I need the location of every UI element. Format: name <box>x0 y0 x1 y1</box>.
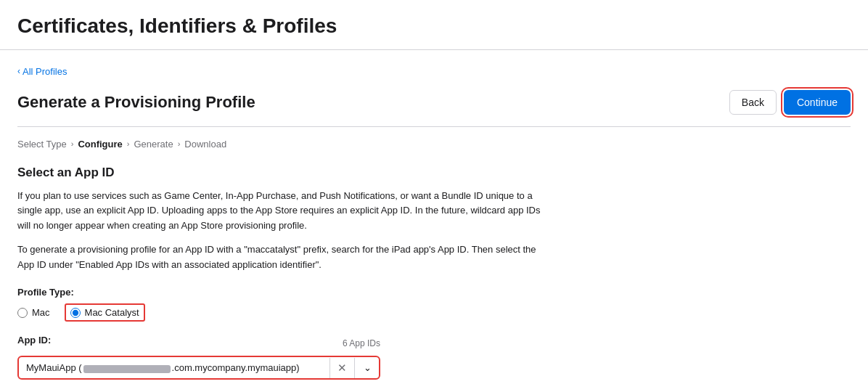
radio-mac-catalyst-option[interactable]: Mac Catalyst <box>65 303 145 322</box>
profile-type-label: Profile Type: <box>17 287 851 298</box>
back-button[interactable]: Back <box>729 90 777 115</box>
section-header: Generate a Provisioning Profile Back Con… <box>17 90 851 127</box>
radio-mac-option[interactable]: Mac <box>17 307 50 318</box>
app-id-count: 6 App IDs <box>343 338 380 348</box>
select-app-id-title: Select an App ID <box>17 166 851 180</box>
page-title: Certificates, Identifiers & Profiles <box>17 15 851 38</box>
breadcrumb-step-2: Configure <box>78 139 122 150</box>
breadcrumb-chevron-2: › <box>127 139 130 148</box>
dropdown-divider-2 <box>354 358 355 378</box>
profile-type-section: Profile Type: Mac Mac Catalyst App ID: 6… <box>17 287 851 380</box>
dropdown-clear-button[interactable]: ✕ <box>332 361 353 375</box>
breadcrumb-step-1: Select Type <box>17 139 67 150</box>
breadcrumb-chevron-3: › <box>178 139 181 148</box>
radio-mac-input[interactable] <box>17 308 28 318</box>
description-text-2: To generate a provisioning profile for a… <box>17 242 554 273</box>
breadcrumb: Select Type › Configure › Generate › Dow… <box>17 139 851 150</box>
header-buttons: Back Continue <box>729 90 851 115</box>
radio-mac-catalyst-input[interactable] <box>70 308 81 318</box>
dropdown-divider <box>329 358 330 378</box>
app-id-header: App ID: 6 App IDs <box>17 335 380 351</box>
radio-mac-catalyst-label: Mac Catalyst <box>85 307 139 318</box>
app-id-value: MyMauiApp (.com.mycompany.mymauiapp) <box>19 357 328 378</box>
all-profiles-link[interactable]: ‹ All Profiles <box>17 66 67 77</box>
breadcrumb-step-3: Generate <box>134 139 173 150</box>
description-text-1: If you plan to use services such as Game… <box>17 189 554 234</box>
breadcrumb-chevron-1: › <box>71 139 74 148</box>
breadcrumb-step-4: Download <box>184 139 226 150</box>
radio-mac-catalyst-highlight: Mac Catalyst <box>65 303 145 322</box>
back-link-label: All Profiles <box>22 66 67 77</box>
app-id-section: App ID: 6 App IDs MyMauiApp (.com.mycomp… <box>17 335 851 380</box>
continue-button[interactable]: Continue <box>784 90 851 115</box>
back-chevron-icon: ‹ <box>17 66 20 76</box>
section-title: Generate a Provisioning Profile <box>17 93 255 112</box>
app-id-dropdown[interactable]: MyMauiApp (.com.mycompany.mymauiapp) ✕ ⌄ <box>17 356 380 380</box>
app-id-blurred-part <box>83 365 171 373</box>
app-id-field-label: App ID: <box>17 335 51 346</box>
radio-mac-label: Mac <box>32 307 50 318</box>
radio-group: Mac Mac Catalyst <box>17 303 851 322</box>
dropdown-arrow-button[interactable]: ⌄ <box>356 362 379 373</box>
